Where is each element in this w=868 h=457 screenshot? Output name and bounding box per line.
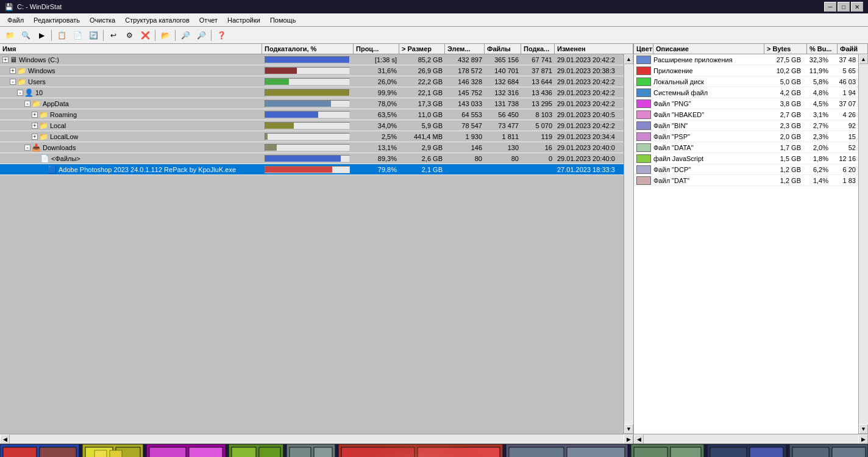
- legend-row[interactable]: Расширение приложения27,5 GB32,3%37 48: [634, 54, 858, 65]
- right-col-pct[interactable]: % Bu...: [807, 44, 838, 54]
- right-scroll-track[interactable]: [859, 64, 868, 424]
- expand-btn[interactable]: +: [32, 112, 38, 118]
- right-col-files[interactable]: Файй: [838, 44, 868, 54]
- toolbar-btn-6[interactable]: 🔄: [86, 29, 101, 42]
- expand-btn[interactable]: -: [24, 101, 30, 107]
- tree-bar-cell: [262, 66, 354, 76]
- scroll-track[interactable]: [624, 64, 633, 424]
- right-col-color[interactable]: Цвет: [634, 44, 653, 54]
- col-subdirs2[interactable]: Подка...: [521, 44, 555, 54]
- toolbar-btn-11[interactable]: 🔎: [178, 29, 193, 42]
- menu-help[interactable]: Помощь: [265, 15, 301, 25]
- expand-btn[interactable]: -: [17, 90, 23, 96]
- col-procc[interactable]: Проц...: [354, 44, 399, 54]
- tree-row[interactable]: +📁Windows31,6%26,9 GB178 572140 70137 87…: [0, 65, 624, 76]
- size-cell: 22,1 GB: [399, 89, 445, 96]
- col-elements[interactable]: Элем...: [445, 44, 485, 54]
- tree-row[interactable]: +📁Local34,0%5,9 GB78 54773 4775 07029.01…: [0, 120, 624, 131]
- tree-row[interactable]: +🖥Windows (C:)[1:38 s]85,2 GB432 897365 …: [0, 54, 624, 65]
- right-header: Цвет Описание > Bytes % Bu... Файй: [634, 44, 868, 54]
- legend-row[interactable]: Локальный диск5,0 GB5,8%46 03: [634, 76, 858, 87]
- expand-btn[interactable]: +: [32, 123, 38, 129]
- right-hscroll-left[interactable]: ◀: [634, 434, 644, 444]
- hscroll-right-btn[interactable]: ▶: [624, 434, 633, 444]
- legend-row[interactable]: Файл "BIN"2,3 GB2,7%92: [634, 120, 858, 131]
- tree-scrollbar[interactable]: ▲ ▼: [624, 54, 633, 434]
- tree-row[interactable]: -👤1099,9%22,1 GB145 752132 31613 43629.0…: [0, 87, 624, 98]
- col-files[interactable]: Файлы: [485, 44, 521, 54]
- col-size[interactable]: > Размер: [399, 44, 445, 54]
- subdirs-cell: 16: [521, 144, 555, 151]
- expand-btn[interactable]: -: [24, 145, 30, 151]
- col-subdirs-bar[interactable]: Подкаталоги, %: [262, 44, 354, 54]
- legend-row[interactable]: Файл "DATA"1,7 GB2,0%52: [634, 142, 858, 153]
- toolbar-btn-4[interactable]: 📋: [54, 29, 69, 42]
- toolbar-btn-13[interactable]: ❓: [214, 29, 229, 42]
- toolbar-btn-12[interactable]: 🔎: [194, 29, 208, 42]
- tree-row[interactable]: 📄<Файлы>89,3%2,6 GB8080029.01.2023 20:40…: [0, 153, 624, 164]
- right-hscroll[interactable]: ◀ ▶: [634, 434, 868, 444]
- toolbar-btn-10[interactable]: 📂: [158, 29, 173, 42]
- menu-structure[interactable]: Структура каталогов: [120, 15, 194, 25]
- tree-name-cell: -📁AppData: [0, 99, 262, 108]
- subdirs-cell: 13 436: [521, 89, 555, 96]
- scroll-up-btn[interactable]: ▲: [624, 54, 633, 64]
- menu-file[interactable]: Файл: [2, 15, 29, 25]
- legend-bytes: 1,7 GB: [767, 144, 803, 151]
- legend-row[interactable]: Файл "DCP"1,2 GB6,2%6 20: [634, 164, 858, 175]
- tree-row[interactable]: +📁LocalLow2,5%441,4 MB1 9301 81111929.01…: [0, 131, 624, 142]
- close-button[interactable]: ✕: [851, 2, 863, 12]
- node-name: Users: [28, 78, 46, 85]
- right-scroll-down-btn[interactable]: ▼: [859, 424, 868, 434]
- hscroll-left-btn[interactable]: ◀: [0, 434, 10, 444]
- tree-row[interactable]: -📥Downloads13,1%2,9 GB1461301629.01.2023…: [0, 142, 624, 153]
- tree-row[interactable]: +📁Roaming63,5%11,0 GB64 55356 4508 10329…: [0, 109, 624, 120]
- col-modified[interactable]: Изменен: [555, 44, 633, 54]
- legend-row[interactable]: Файл "PSP"2,0 GB2,3%15: [634, 131, 858, 142]
- right-col-bytes[interactable]: > Bytes: [764, 44, 807, 54]
- right-col-description[interactable]: Описание: [653, 44, 764, 54]
- tree-row[interactable]: -📁AppData78,0%17,3 GB143 033131 73813 29…: [0, 98, 624, 109]
- toolbar-btn-5[interactable]: 📄: [70, 29, 85, 42]
- right-hscroll-right[interactable]: ▶: [858, 434, 868, 444]
- toolbar-btn-1[interactable]: 📁: [2, 29, 17, 42]
- right-scroll-up-btn[interactable]: ▲: [859, 54, 868, 64]
- right-hscroll-track[interactable]: [644, 434, 858, 444]
- tree-hscroll[interactable]: ◀ ▶: [0, 434, 633, 444]
- tree-row[interactable]: -📁Users26,0%22,2 GB146 328132 68413 6442…: [0, 76, 624, 87]
- node-icon: 📁: [39, 121, 48, 130]
- toolbar-btn-7[interactable]: ↩: [106, 29, 121, 42]
- scroll-down-btn[interactable]: ▼: [624, 424, 633, 434]
- toolbar-btn-9[interactable]: ❌: [138, 29, 152, 42]
- expand-btn[interactable]: +: [32, 134, 38, 140]
- menu-report[interactable]: Отчет: [194, 15, 222, 25]
- legend-label: Файл "PNG": [653, 100, 767, 107]
- legend-row[interactable]: Файл "PNG"3,8 GB4,5%37 07: [634, 98, 858, 109]
- menu-edit[interactable]: Редактировать: [29, 15, 85, 25]
- minimize-button[interactable]: ─: [824, 2, 836, 12]
- expand-btn[interactable]: +: [10, 68, 16, 74]
- expand-btn[interactable]: -: [10, 79, 16, 85]
- menu-cleanup[interactable]: Очистка: [85, 15, 120, 25]
- svg-rect-22: [189, 447, 222, 457]
- svg-rect-73: [750, 447, 783, 457]
- legend-row[interactable]: Файл "DAT"1,2 GB1,4%1 83: [634, 175, 858, 186]
- toolbar-btn-2[interactable]: 🔍: [18, 29, 33, 42]
- treemap-area[interactable]: [0, 444, 868, 457]
- legend-row[interactable]: файл JavaScript1,5 GB1,8%12 16: [634, 153, 858, 164]
- legend-row[interactable]: Системный файл4,2 GB4,8%1 94: [634, 87, 858, 98]
- tree-row[interactable]: 🟦Adobe Photoshop 2023 24.0.1.112 RePack …: [0, 164, 624, 175]
- hscroll-track[interactable]: [10, 434, 624, 444]
- menu-settings[interactable]: Настройки: [222, 15, 265, 25]
- col-name[interactable]: Имя: [0, 44, 262, 54]
- toolbar-btn-3[interactable]: ▶: [34, 29, 49, 42]
- right-scrollbar[interactable]: ▲ ▼: [858, 54, 868, 434]
- toolbar: 📁 🔍 ▶ 📋 📄 🔄 ↩ ⚙ ❌ 📂 🔎 🔎 ❓: [0, 27, 868, 44]
- legend-files: 4 26: [831, 111, 858, 118]
- toolbar-btn-8[interactable]: ⚙: [122, 29, 137, 42]
- legend-row[interactable]: Приложение10,2 GB11,9%5 65: [634, 65, 858, 76]
- expand-btn[interactable]: +: [2, 57, 9, 63]
- legend-row[interactable]: Файл "HBAKED"2,7 GB3,1%4 26: [634, 109, 858, 120]
- maximize-button[interactable]: □: [838, 2, 850, 12]
- tree-name-cell: 🟦Adobe Photoshop 2023 24.0.1.112 RePack …: [0, 165, 262, 174]
